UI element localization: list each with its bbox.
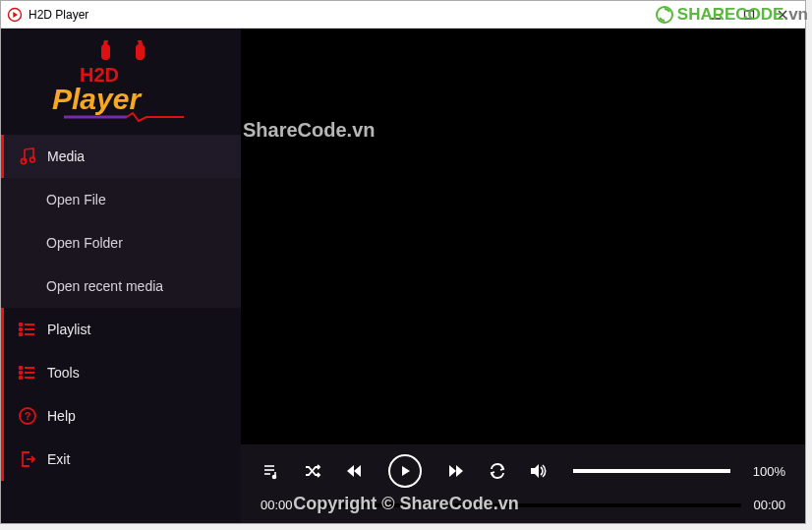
media-open-recent[interactable]: Open recent media [1,265,241,308]
sidebar-item-exit[interactable]: Exit [1,438,241,481]
progress-bar[interactable] [305,503,742,507]
repeat-icon[interactable] [487,460,508,482]
time-total: 00:00 [753,498,785,512]
svg-marker-37 [531,464,539,478]
sidebar: H2D Player Media Open File Open Folder O… [1,29,241,523]
content-area: ShareCode.vn [241,29,805,523]
sidebar-menu: Media Open File Open Folder Open recent … [1,135,241,523]
time-current: 00:00 [261,498,293,512]
sidebar-item-media[interactable]: Media [1,135,241,178]
svg-point-14 [20,324,23,326]
sidebar-item-label: Help [47,408,76,424]
svg-marker-32 [347,465,354,477]
svg-text:?: ? [25,410,31,422]
svg-point-31 [273,476,276,479]
main: H2D Player Media Open File Open Folder O… [1,29,805,523]
svg-marker-35 [449,465,456,477]
play-button[interactable] [388,454,422,488]
watermark-text: ShareCode.vn [243,119,375,142]
sidebar-item-playlist[interactable]: Playlist [1,308,241,351]
sidebar-item-help[interactable]: ? Help [1,394,241,438]
sidebar-item-label: Playlist [47,322,90,337]
forward-icon[interactable] [445,460,467,482]
svg-point-16 [20,328,23,331]
svg-marker-1 [13,12,18,18]
media-open-file[interactable]: Open File [1,178,241,221]
exit-icon [18,449,37,469]
svg-marker-36 [456,465,463,477]
svg-text:Player: Player [52,83,143,115]
list-icon [18,320,37,339]
svg-rect-7 [136,44,145,60]
svg-rect-6 [101,44,110,60]
music-note-icon [18,147,37,166]
sidebar-item-tools[interactable]: Tools [1,351,241,394]
media-open-folder[interactable]: Open Folder [1,221,241,265]
volume-percent: 100% [753,464,785,479]
svg-point-12 [30,157,35,162]
svg-point-20 [20,367,23,370]
volume-icon[interactable] [528,460,550,482]
app-icon [7,7,23,23]
svg-point-18 [20,333,23,336]
app-window: H2D Player H2D Player [0,0,806,524]
sidebar-item-label: Media [47,148,85,164]
sidebar-item-label: Tools [47,365,80,381]
shuffle-icon[interactable] [302,460,323,482]
volume-slider[interactable] [573,469,730,473]
window-title: H2D Player [29,8,88,22]
svg-marker-33 [354,465,361,477]
list-icon [18,363,37,383]
app-logo: H2D Player [1,29,241,135]
watermark-corner: SHARECODE.vn [654,4,808,26]
svg-point-24 [20,377,23,380]
svg-marker-34 [402,466,410,476]
rewind-icon[interactable] [343,460,365,482]
svg-point-22 [20,372,23,375]
queue-icon[interactable] [261,460,282,482]
sidebar-item-label: Exit [47,451,70,467]
help-icon: ? [18,406,37,426]
controls-bar: 100% 00:00 00:00 [241,444,805,523]
video-area[interactable] [241,29,805,444]
